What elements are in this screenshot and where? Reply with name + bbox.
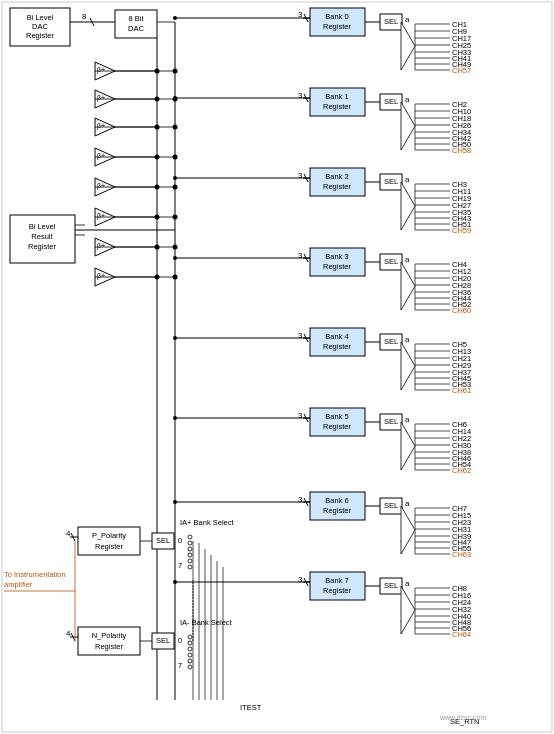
svg-text:3: 3 — [298, 251, 303, 260]
svg-marker-159 — [401, 182, 415, 230]
svg-text:7: 7 — [178, 661, 182, 670]
svg-text:3: 3 — [298, 171, 303, 180]
svg-text:7: 7 — [178, 561, 182, 570]
svg-point-325 — [188, 559, 192, 563]
svg-text:Register: Register — [95, 542, 123, 551]
svg-text:β+: β+ — [97, 182, 105, 190]
svg-text:Bank 1: Bank 1 — [325, 92, 348, 101]
svg-point-321 — [188, 535, 192, 539]
svg-text:DAC: DAC — [32, 22, 48, 31]
svg-text:a: a — [405, 499, 410, 508]
svg-text:Bank 3: Bank 3 — [325, 252, 348, 261]
svg-text:β+: β+ — [97, 212, 105, 220]
svg-text:Result: Result — [31, 232, 53, 241]
svg-text:CH63: CH63 — [452, 550, 471, 559]
svg-text:SEL: SEL — [384, 337, 398, 346]
svg-marker-129 — [401, 102, 415, 150]
svg-text:IA+ Bank Select: IA+ Bank Select — [180, 518, 234, 527]
svg-text:Register: Register — [323, 182, 351, 191]
svg-point-342 — [188, 653, 192, 657]
svg-point-65 — [173, 185, 178, 190]
svg-text:Register: Register — [323, 262, 351, 271]
svg-point-374 — [173, 580, 177, 584]
svg-text:CH59: CH59 — [452, 226, 471, 235]
svg-point-326 — [188, 565, 192, 569]
svg-text:β+: β+ — [97, 66, 105, 74]
svg-text:a: a — [405, 415, 410, 424]
svg-text:SEL: SEL — [384, 257, 398, 266]
svg-text:SEL: SEL — [384, 177, 398, 186]
svg-text:Bank 5: Bank 5 — [325, 412, 348, 421]
svg-point-324 — [188, 553, 192, 557]
svg-text:a: a — [405, 175, 410, 184]
svg-text:CH60: CH60 — [452, 306, 471, 315]
svg-text:Bank 4: Bank 4 — [325, 332, 348, 341]
svg-point-63 — [173, 125, 178, 130]
svg-text:ITEST: ITEST — [240, 703, 262, 712]
svg-text:β+: β+ — [97, 272, 105, 280]
svg-text:3: 3 — [298, 411, 303, 420]
svg-point-67 — [173, 245, 178, 250]
svg-text:To Instrumentation: To Instrumentation — [4, 570, 66, 579]
svg-text:CH61: CH61 — [452, 386, 471, 395]
svg-point-340 — [188, 641, 192, 645]
svg-text:SEL: SEL — [384, 417, 398, 426]
svg-text:β+: β+ — [97, 94, 105, 102]
svg-point-341 — [188, 647, 192, 651]
svg-point-373 — [173, 500, 177, 504]
svg-text:N_Polarity: N_Polarity — [92, 631, 127, 640]
svg-text:CH58: CH58 — [452, 146, 471, 155]
svg-text:Register: Register — [323, 422, 351, 431]
svg-text:Bi Level: Bi Level — [29, 222, 56, 231]
svg-text:3: 3 — [298, 331, 303, 340]
svg-text:SEL: SEL — [384, 501, 398, 510]
circuit-svg: Bi Level DAC Register 8 Bit DAC 8 Bi Lev… — [0, 0, 554, 734]
svg-text:8 Bit: 8 Bit — [128, 14, 144, 23]
svg-text:8: 8 — [82, 12, 87, 21]
svg-point-368 — [173, 96, 177, 100]
svg-text:Register: Register — [323, 586, 351, 595]
svg-marker-309 — [401, 586, 415, 634]
svg-text:Register: Register — [323, 102, 351, 111]
svg-text:Bank 7: Bank 7 — [325, 576, 348, 585]
svg-text:0: 0 — [178, 636, 182, 645]
svg-text:P_Polarity: P_Polarity — [92, 531, 126, 540]
svg-text:Register: Register — [95, 642, 123, 651]
svg-text:IA- Bank Select: IA- Bank Select — [180, 618, 233, 627]
svg-text:Register: Register — [323, 342, 351, 351]
svg-text:a: a — [405, 255, 410, 264]
svg-point-369 — [173, 176, 177, 180]
svg-point-339 — [188, 635, 192, 639]
svg-text:Bank 0: Bank 0 — [325, 12, 348, 21]
svg-point-370 — [173, 256, 177, 260]
circuit-diagram: Bi Level DAC Register 8 Bit DAC 8 Bi Lev… — [0, 0, 554, 734]
svg-text:a: a — [405, 15, 410, 24]
svg-marker-249 — [401, 422, 415, 470]
svg-point-323 — [188, 547, 192, 551]
svg-text:SEL: SEL — [384, 97, 398, 106]
svg-text:CH64: CH64 — [452, 630, 471, 639]
svg-text:Bank 2: Bank 2 — [325, 172, 348, 181]
svg-text:SEL: SEL — [384, 17, 398, 26]
svg-text:a: a — [405, 579, 410, 588]
svg-text:3: 3 — [298, 495, 303, 504]
svg-point-64 — [173, 155, 178, 160]
svg-marker-99 — [401, 22, 415, 70]
svg-text:a: a — [405, 95, 410, 104]
svg-text:Bi Level: Bi Level — [27, 13, 54, 22]
svg-text:DAC: DAC — [128, 24, 144, 33]
svg-text:3: 3 — [298, 575, 303, 584]
svg-point-68 — [173, 275, 178, 280]
svg-text:a: a — [405, 335, 410, 344]
svg-point-371 — [173, 336, 177, 340]
svg-text:CH57: CH57 — [452, 66, 471, 75]
svg-text:Bank 6: Bank 6 — [325, 496, 348, 505]
svg-text:β+: β+ — [97, 122, 105, 130]
svg-text:β+: β+ — [97, 242, 105, 250]
svg-text:Register: Register — [28, 242, 56, 251]
svg-text:0: 0 — [178, 536, 182, 545]
svg-point-343 — [188, 659, 192, 663]
svg-point-66 — [173, 215, 178, 220]
svg-point-322 — [188, 541, 192, 545]
svg-text:β+: β+ — [97, 152, 105, 160]
